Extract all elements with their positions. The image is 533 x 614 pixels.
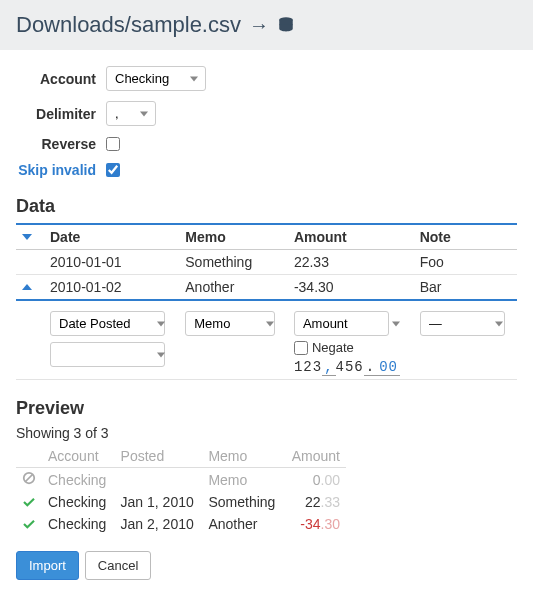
data-row[interactable]: 2010-01-01 Something 22.33 Foo xyxy=(16,250,517,275)
negate-checkbox[interactable] xyxy=(294,341,308,355)
skip-icon xyxy=(22,472,36,488)
preview-row: Checking Memo 0.00 xyxy=(16,468,346,492)
account-label: Account xyxy=(16,71,106,87)
mapping-note-select[interactable]: — xyxy=(420,311,505,336)
cancel-button[interactable]: Cancel xyxy=(85,551,151,580)
col-note: Note xyxy=(414,224,517,250)
preview-row: Checking Jan 2, 2010 Another -34.30 xyxy=(16,513,346,535)
number-format-sample: 123,456.00 xyxy=(294,359,408,375)
arrow-right-icon: → xyxy=(249,14,269,37)
expand-all-toggle[interactable] xyxy=(16,224,44,250)
pv-col-amount: Amount xyxy=(284,445,346,468)
delimiter-label: Delimiter xyxy=(16,106,106,122)
col-date: Date xyxy=(44,224,179,250)
database-icon xyxy=(277,15,295,35)
col-memo: Memo xyxy=(179,224,288,250)
pv-col-posted: Posted xyxy=(115,445,203,468)
page-title: Downloads/sample.csv xyxy=(16,12,241,38)
reverse-checkbox[interactable] xyxy=(106,137,120,151)
col-amount: Amount xyxy=(288,224,414,250)
preview-showing: Showing 3 of 3 xyxy=(16,425,517,441)
preview-row: Checking Jan 1, 2010 Something 22.33 xyxy=(16,491,346,513)
data-section-title: Data xyxy=(16,196,517,217)
caret-down-icon xyxy=(22,229,32,245)
data-table: Date Memo Amount Note 2010-01-01 Somethi… xyxy=(16,223,517,380)
row-expand-toggle[interactable] xyxy=(16,275,44,301)
pv-col-memo: Memo xyxy=(202,445,283,468)
page-header: Downloads/sample.csv → xyxy=(0,0,533,50)
negate-label: Negate xyxy=(312,340,354,355)
reverse-label: Reverse xyxy=(16,136,106,152)
import-button[interactable]: Import xyxy=(16,551,79,580)
mapping-memo-select[interactable]: Memo xyxy=(185,311,275,336)
svg-marker-2 xyxy=(22,284,32,290)
mapping-date-format-select[interactable] xyxy=(50,342,165,367)
mapping-row: Date Posted Memo Amount Negate 123,456.0… xyxy=(16,300,517,380)
caret-up-icon xyxy=(22,279,32,295)
svg-line-4 xyxy=(26,475,33,482)
check-icon xyxy=(22,516,36,532)
pv-col-account: Account xyxy=(42,445,115,468)
delimiter-select[interactable]: , xyxy=(106,101,156,126)
mapping-amount-select[interactable]: Amount xyxy=(294,311,389,336)
skip-invalid-checkbox[interactable] xyxy=(106,163,120,177)
skip-invalid-label: Skip invalid xyxy=(16,162,106,178)
preview-section-title: Preview xyxy=(16,398,517,419)
account-select[interactable]: Checking xyxy=(106,66,206,91)
data-row[interactable]: 2010-01-02 Another -34.30 Bar xyxy=(16,275,517,301)
svg-marker-1 xyxy=(22,234,32,240)
check-icon xyxy=(22,494,36,510)
preview-table: Account Posted Memo Amount Checking Memo… xyxy=(16,445,346,535)
mapping-date-select[interactable]: Date Posted xyxy=(50,311,165,336)
